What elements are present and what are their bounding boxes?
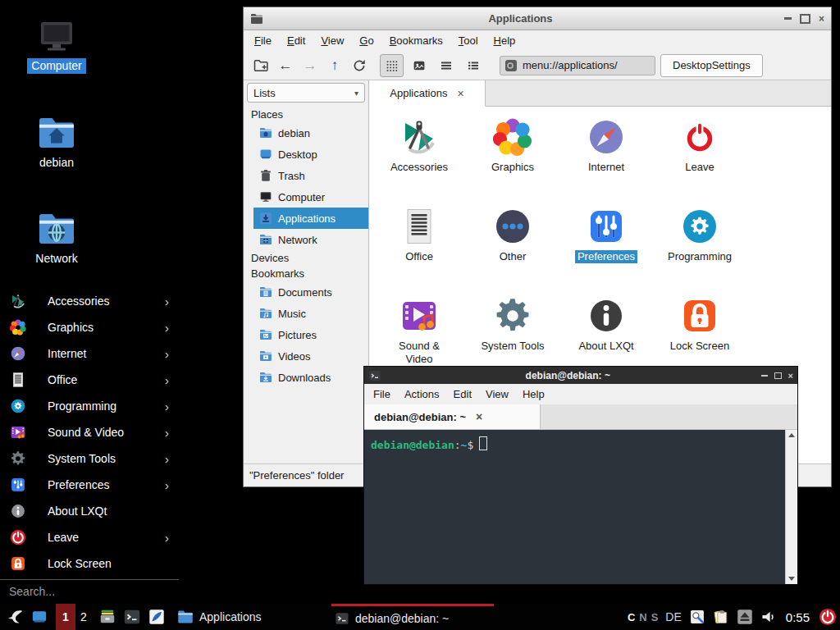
keyboard-indicator[interactable]: C N S	[628, 611, 658, 623]
menu-help[interactable]: Help	[494, 34, 516, 47]
sidebar-item-debian[interactable]: debian	[253, 122, 368, 144]
menu-item-leave[interactable]: Leave ›	[0, 524, 179, 550]
tab-applications[interactable]: Applications ×	[369, 80, 486, 107]
folder-accessories[interactable]: Accessories	[372, 107, 466, 197]
desktop-icon-debian[interactable]: debian	[7, 113, 106, 171]
sidebar-item-downloads[interactable]: Downloads	[253, 367, 368, 388]
menu-item-preferences[interactable]: Preferences ›	[0, 472, 179, 498]
desktop-settings-button[interactable]: DesktopSettings	[660, 54, 763, 77]
menu-actions[interactable]: Actions	[404, 388, 440, 400]
taskbar-item-terminal-active[interactable]: debian@debian: ~	[331, 604, 494, 630]
menu-item-about-lxqt[interactable]: About LXQt	[0, 498, 179, 524]
folder-sound-video[interactable]: Sound & Video	[372, 286, 466, 376]
desktop-icon-label[interactable]: debian	[35, 155, 78, 171]
terminal-tab[interactable]: debian@debian: ~ ×	[364, 404, 541, 429]
window-folder-icon	[250, 12, 263, 25]
compact-view-button[interactable]	[434, 54, 458, 77]
workspace-2-button[interactable]: 2	[75, 604, 92, 630]
file-manager-launcher[interactable]	[98, 608, 116, 626]
terminal-titlebar[interactable]: debian@debian: ~ ×	[364, 367, 797, 384]
menu-tool[interactable]: Tool	[459, 34, 478, 47]
eject-tray-icon[interactable]	[737, 609, 753, 625]
folder-graphics[interactable]: Graphics	[466, 107, 559, 197]
refresh-button[interactable]	[347, 54, 372, 77]
minimize-icon[interactable]	[761, 375, 768, 377]
folder-other[interactable]: Other	[466, 197, 559, 286]
close-icon[interactable]: ×	[819, 15, 824, 23]
menu-view[interactable]: View	[321, 34, 344, 47]
menu-help[interactable]: Help	[523, 388, 545, 400]
scroll-down-icon[interactable]	[788, 577, 795, 581]
new-tab-button[interactable]	[249, 54, 273, 77]
show-desktop-button[interactable]	[31, 609, 48, 625]
folder-internet[interactable]: Internet	[559, 107, 653, 197]
sidebar-item-desktop[interactable]: Desktop	[253, 144, 368, 165]
menu-item-accessories[interactable]: Accessories ›	[0, 288, 179, 314]
desktop-icon-computer[interactable]: Computer	[7, 16, 106, 74]
keyboard-layout[interactable]: DE	[665, 610, 681, 623]
folder-leave[interactable]: Leave	[653, 107, 746, 197]
volume-tray-icon[interactable]	[760, 609, 777, 625]
menu-view[interactable]: View	[486, 388, 509, 400]
menu-go[interactable]: Go	[359, 34, 373, 47]
folder-system-tools[interactable]: System Tools	[466, 286, 559, 376]
app-menu-button[interactable]	[7, 608, 25, 626]
thumbnail-view-button[interactable]	[407, 54, 431, 77]
scroll-up-icon[interactable]	[788, 433, 795, 437]
close-icon[interactable]: ×	[788, 371, 793, 381]
address-bar[interactable]: menu://applications/	[500, 56, 655, 75]
folder-lock-screen[interactable]: Lock Screen	[653, 286, 746, 376]
maximize-icon[interactable]	[774, 372, 782, 379]
tab-close-icon[interactable]: ×	[457, 87, 463, 100]
sidebar-item-computer[interactable]: Computer	[253, 186, 368, 208]
menu-item-programming[interactable]: Programming ›	[0, 393, 179, 419]
menu-item-graphics[interactable]: Graphics ›	[0, 314, 179, 340]
terminal-launcher[interactable]	[123, 608, 141, 626]
terminal-screen[interactable]: debian@debian:~$	[364, 430, 797, 584]
menu-search-input[interactable]: Search...	[0, 580, 179, 603]
fm-titlebar[interactable]: Applications ×	[244, 7, 831, 30]
menu-item-office[interactable]: Office ›	[0, 367, 179, 393]
sidebar-item-applications[interactable]: Applications	[253, 208, 368, 229]
folder-about-lxqt[interactable]: About LXQt	[559, 286, 653, 376]
text-editor-launcher[interactable]	[148, 608, 166, 626]
menu-item-lock-screen[interactable]: Lock Screen	[0, 550, 179, 577]
taskbar-item-applications[interactable]: Applications	[177, 604, 262, 630]
up-button[interactable]: ↑	[322, 54, 347, 77]
minimize-icon[interactable]	[784, 17, 792, 20]
sound-video-icon	[10, 424, 26, 441]
sidebar-mode-combobox[interactable]: Lists ▾	[247, 83, 365, 103]
menu-bookmarks[interactable]: Bookmarks	[390, 34, 443, 47]
maximize-icon[interactable]	[800, 14, 810, 24]
icon-view-button[interactable]	[380, 54, 404, 77]
menu-item-sound-video[interactable]: Sound & Video ›	[0, 419, 179, 445]
workspace-1-button[interactable]: 1	[56, 604, 75, 630]
sidebar-item-network[interactable]: Network	[253, 229, 368, 250]
desktop-icon-label[interactable]: Computer	[27, 58, 85, 74]
menu-edit[interactable]: Edit	[287, 34, 305, 47]
forward-button[interactable]: →	[298, 54, 322, 77]
sidebar-item-documents[interactable]: Documents	[253, 281, 368, 303]
clock[interactable]: 0:55	[786, 610, 810, 624]
sidebar-item-trash[interactable]: Trash	[253, 165, 368, 186]
desktop-icon-network[interactable]: Network	[7, 209, 106, 267]
menu-file[interactable]: File	[254, 34, 272, 47]
desktop-icon-label[interactable]: Network	[31, 251, 81, 267]
clipboard-tray-icon[interactable]	[713, 609, 729, 625]
menu-edit[interactable]: Edit	[454, 388, 472, 400]
folder-office[interactable]: Office	[372, 197, 466, 286]
detailed-view-button[interactable]	[461, 54, 485, 77]
folder-programming[interactable]: Programming	[653, 197, 746, 286]
menu-item-system-tools[interactable]: System Tools ›	[0, 445, 179, 472]
terminal-scrollbar[interactable]	[785, 430, 797, 584]
menu-item-internet[interactable]: Internet ›	[0, 340, 179, 367]
power-button[interactable]	[819, 608, 837, 626]
menu-file[interactable]: File	[373, 388, 390, 400]
folder-preferences[interactable]: Preferences	[559, 197, 653, 286]
back-button[interactable]: ←	[273, 54, 298, 77]
sidebar-item-videos[interactable]: Videos	[253, 345, 368, 367]
screenshot-tray-icon[interactable]	[689, 609, 705, 625]
tab-close-icon[interactable]: ×	[476, 410, 482, 423]
sidebar-item-music[interactable]: Music	[253, 303, 368, 324]
sidebar-item-pictures[interactable]: Pictures	[253, 324, 368, 345]
